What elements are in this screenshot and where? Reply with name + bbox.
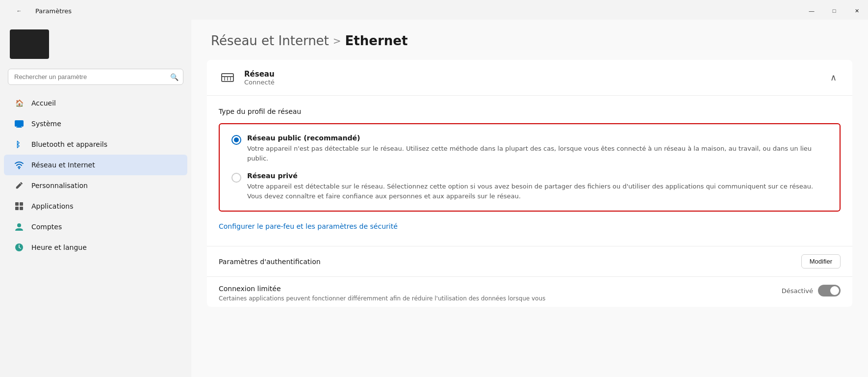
- bluetooth-icon: ᛒ: [14, 139, 25, 150]
- sidebar-item-reseau[interactable]: Réseau et Internet: [4, 155, 187, 175]
- svg-rect-9: [20, 207, 23, 210]
- toggle-area: Désactivé: [782, 285, 841, 296]
- radio-prive-label: Réseau privé: [247, 172, 828, 180]
- ethernet-icon: [219, 69, 236, 86]
- card-body: Type du profil de réseau Réseau public (…: [207, 96, 852, 246]
- toggle-label: Désactivé: [782, 287, 813, 295]
- main-content: Réseau et Internet > Ethernet: [191, 20, 868, 377]
- card-header-text: Réseau Connecté: [244, 70, 275, 86]
- network-profile-box: Réseau public (recommandé) Votre apparei…: [219, 123, 841, 212]
- firewall-link[interactable]: Configurer le pare-feu et les paramètres…: [219, 222, 398, 230]
- connexion-label: Connexion limitée: [219, 285, 545, 293]
- svg-rect-8: [15, 207, 19, 210]
- section-title: Type du profil de réseau: [219, 108, 841, 115]
- radio-public-label: Réseau public (recommandé): [247, 134, 828, 142]
- close-button[interactable]: ✕: [845, 3, 868, 19]
- radio-prive-text: Réseau privé Votre appareil est détectab…: [247, 172, 828, 201]
- apps-icon: [14, 201, 25, 212]
- window-controls: — □ ✕: [800, 3, 868, 19]
- minimize-button[interactable]: —: [800, 3, 823, 19]
- sidebar-item-accueil[interactable]: 🏠 Accueil: [4, 93, 187, 113]
- breadcrumb-parent: Réseau et Internet: [211, 33, 329, 48]
- sidebar-item-heure[interactable]: Heure et langue: [4, 237, 187, 258]
- breadcrumb: Réseau et Internet > Ethernet: [211, 33, 848, 48]
- svg-rect-2: [16, 127, 22, 128]
- card-header: Réseau Connecté ∧: [207, 60, 852, 96]
- home-icon: 🏠: [14, 98, 25, 108]
- search-input[interactable]: [8, 69, 183, 85]
- auth-modify-button[interactable]: Modifier: [801, 254, 841, 269]
- svg-rect-0: [15, 120, 24, 127]
- network-name: Réseau: [244, 70, 275, 79]
- radio-option-prive[interactable]: Réseau privé Votre appareil est détectab…: [231, 172, 828, 201]
- titlebar: ← Paramètres — □ ✕: [0, 0, 868, 20]
- auth-row: Paramètres d'authentification Modifier: [207, 246, 852, 276]
- radio-prive[interactable]: [231, 173, 241, 183]
- svg-point-4: [19, 168, 20, 169]
- sidebar-item-applications[interactable]: Applications: [4, 196, 187, 216]
- radio-prive-desc: Votre appareil est détectable sur le rés…: [247, 182, 828, 201]
- svg-text:ᛒ: ᛒ: [16, 140, 21, 149]
- radio-public[interactable]: [231, 135, 241, 145]
- user-icon: [14, 221, 25, 232]
- connexion-row: Connexion limitée Certaines applications…: [219, 285, 841, 303]
- avatar: [10, 29, 49, 59]
- app-title: Paramètres: [35, 7, 72, 15]
- network-icon: [14, 160, 25, 170]
- clock-icon: [14, 242, 25, 253]
- sidebar-item-systeme[interactable]: Système: [4, 113, 187, 134]
- radio-public-text: Réseau public (recommandé) Votre apparei…: [247, 134, 828, 163]
- connexion-desc: Certaines applications peuvent fonctionn…: [219, 295, 545, 303]
- svg-point-10: [17, 223, 21, 227]
- search-icon: 🔍: [170, 73, 179, 81]
- svg-rect-6: [15, 202, 19, 206]
- sidebar-item-bluetooth[interactable]: ᛒ Bluetooth et appareils: [4, 134, 187, 155]
- titlebar-left: ← Paramètres: [0, 3, 72, 19]
- system-icon: [14, 118, 25, 129]
- sidebar-item-personnalisation[interactable]: Personnalisation: [4, 175, 187, 196]
- content-header: Réseau et Internet > Ethernet: [191, 20, 868, 60]
- auth-label: Paramètres d'authentification: [219, 258, 321, 266]
- app-body: 🔍 🏠 Accueil Système ᛒ Bluetoo: [0, 20, 868, 377]
- sidebar: 🔍 🏠 Accueil Système ᛒ Bluetoo: [0, 20, 191, 377]
- collapse-button[interactable]: ∧: [826, 70, 841, 85]
- breadcrumb-current: Ethernet: [345, 33, 408, 48]
- sidebar-item-comptes[interactable]: Comptes: [4, 216, 187, 237]
- card-header-left: Réseau Connecté: [219, 69, 275, 86]
- maximize-button[interactable]: □: [823, 3, 845, 19]
- breadcrumb-separator: >: [333, 35, 341, 47]
- network-card: Réseau Connecté ∧ Type du profil de rése…: [207, 60, 852, 307]
- radio-option-public[interactable]: Réseau public (recommandé) Votre apparei…: [231, 134, 828, 163]
- svg-rect-7: [20, 202, 23, 206]
- radio-public-desc: Votre appareil n'est pas détectable sur …: [247, 144, 828, 163]
- connexion-toggle[interactable]: [818, 285, 841, 296]
- back-button[interactable]: ←: [8, 3, 30, 19]
- profile-section: [0, 25, 191, 69]
- connexion-section: Connexion limitée Certaines applications…: [207, 276, 852, 307]
- network-status: Connecté: [244, 79, 275, 86]
- connexion-text: Connexion limitée Certaines applications…: [219, 285, 545, 303]
- pen-icon: [14, 180, 25, 191]
- search-container: 🔍: [8, 69, 183, 85]
